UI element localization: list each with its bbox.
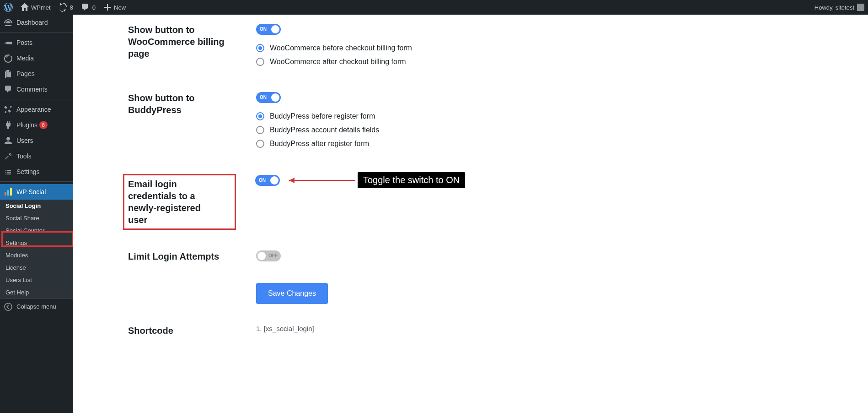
menu-plugins[interactable]: Plugins 8 xyxy=(0,117,73,133)
email-toggle[interactable]: ON xyxy=(255,175,280,186)
menu-dashboard[interactable]: Dashboard xyxy=(0,15,73,30)
shortcode-label: Shortcode xyxy=(128,325,256,337)
menu-users[interactable]: Users xyxy=(0,133,73,148)
limit-label: Limit Login Attempts xyxy=(128,250,256,262)
submenu-settings[interactable]: Settings xyxy=(0,237,73,249)
bp-label: Show button to BuddyPress xyxy=(128,92,256,153)
radio-icon xyxy=(256,126,264,134)
menu-tools[interactable]: Tools xyxy=(0,148,73,164)
submenu-modules[interactable]: Modules xyxy=(0,249,73,261)
radio-icon xyxy=(256,112,264,120)
menu-settings[interactable]: Settings xyxy=(0,164,73,179)
wp-logo[interactable] xyxy=(0,0,16,15)
menu-appearance[interactable]: Appearance xyxy=(0,102,73,117)
tooltip: Toggle the switch to ON xyxy=(358,172,465,188)
updates-count: 8 xyxy=(67,4,73,11)
menu-wp-social[interactable]: WP Social xyxy=(0,184,73,200)
submenu-get-help[interactable]: Get Help xyxy=(0,286,73,299)
wp-social-submenu: Social Login Social Share Social Counter… xyxy=(0,200,73,299)
updates[interactable]: 8 xyxy=(54,0,77,15)
menu-comments[interactable]: Comments xyxy=(0,82,73,97)
avatar xyxy=(857,4,864,11)
svg-rect-2 xyxy=(10,188,12,196)
woo-toggle[interactable]: ON xyxy=(256,24,281,35)
site-home[interactable]: WPmet xyxy=(16,0,54,15)
bp-radio-account[interactable]: BuddyPress account details fields xyxy=(256,126,868,134)
bp-radio-after[interactable]: BuddyPress after register form xyxy=(256,140,868,148)
submenu-social-login[interactable]: Social Login xyxy=(0,200,73,212)
radio-icon xyxy=(256,58,264,66)
submenu-social-share[interactable]: Social Share xyxy=(0,212,73,224)
submenu-license[interactable]: License xyxy=(0,261,73,274)
submenu-users-list[interactable]: Users List xyxy=(0,274,73,286)
save-button[interactable]: Save Changes xyxy=(256,283,328,304)
woo-radio-before[interactable]: WooCommerce before checkout billing form xyxy=(256,44,868,52)
bp-radio-before[interactable]: BuddyPress before register form xyxy=(256,112,868,120)
radio-icon xyxy=(256,44,264,52)
bp-toggle[interactable]: ON xyxy=(256,92,281,103)
svg-rect-0 xyxy=(5,192,6,196)
comments[interactable]: 0 xyxy=(77,0,99,15)
menu-media[interactable]: Media xyxy=(0,50,73,66)
shortcode-value: 1. [xs_social_login] xyxy=(256,325,314,332)
svg-rect-1 xyxy=(7,190,9,196)
menu-posts[interactable]: Posts xyxy=(0,35,73,50)
svg-marker-5 xyxy=(289,178,295,183)
limit-toggle[interactable]: OFF xyxy=(256,250,281,261)
comments-count: 0 xyxy=(90,4,96,11)
woo-label: Show button to WooCommerce billing page xyxy=(128,24,256,71)
email-label: Email login credentials to a newly-regis… xyxy=(128,178,231,226)
svg-point-3 xyxy=(5,303,12,310)
plugins-badge: 8 xyxy=(39,121,48,129)
my-account[interactable]: Howdy, sitetest xyxy=(811,0,868,15)
new-content[interactable]: New xyxy=(99,0,129,15)
highlight-email-label: Email login credentials to a newly-regis… xyxy=(123,174,236,230)
menu-pages[interactable]: Pages xyxy=(0,66,73,82)
arrow-icon xyxy=(280,176,358,185)
submenu-social-counter[interactable]: Social Counter xyxy=(0,224,73,237)
site-name: WPmet xyxy=(31,4,51,11)
collapse-menu[interactable]: Collapse menu xyxy=(0,299,73,314)
radio-icon xyxy=(256,140,264,148)
woo-radio-after[interactable]: WooCommerce after checkout billing form xyxy=(256,58,868,66)
